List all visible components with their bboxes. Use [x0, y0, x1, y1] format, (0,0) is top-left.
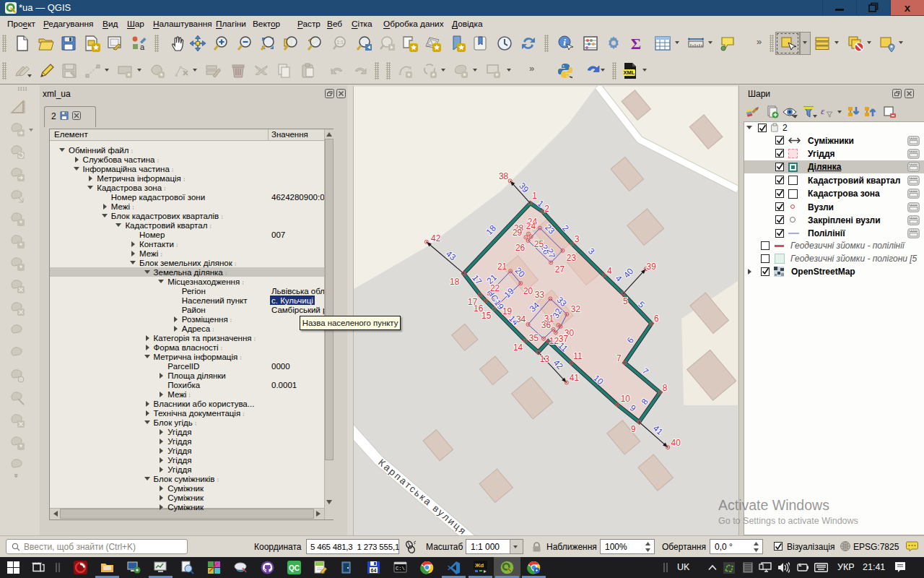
svg-text:11: 11: [573, 351, 583, 361]
svg-text:64: 64: [371, 568, 377, 573]
svg-text:2: 2: [544, 204, 549, 214]
svg-text:27: 27: [555, 264, 565, 275]
svg-text:x: x: [905, 1, 911, 14]
svg-text:26: 26: [515, 243, 526, 253]
svg-text:21: 21: [497, 262, 507, 272]
svg-text:8: 8: [663, 383, 668, 393]
svg-text:6: 6: [654, 314, 659, 324]
svg-text:QC: QC: [289, 564, 300, 572]
svg-text:42: 42: [431, 233, 441, 243]
svg-text:5: 5: [623, 296, 628, 306]
svg-text:18: 18: [450, 277, 460, 287]
svg-text:1: 1: [532, 191, 537, 201]
svg-text:29: 29: [513, 228, 523, 238]
svg-text:39: 39: [647, 262, 657, 272]
svg-text:10: 10: [621, 394, 631, 404]
svg-text:41: 41: [570, 373, 580, 383]
svg-text:22: 22: [490, 283, 500, 293]
svg-text:38: 38: [499, 171, 509, 181]
svg-text:3: 3: [575, 234, 580, 244]
svg-text:35: 35: [529, 333, 539, 343]
svg-text:20: 20: [523, 286, 533, 296]
svg-text:7: 7: [616, 353, 622, 363]
svg-text:37: 37: [559, 334, 569, 344]
svg-text:ε: ε: [821, 105, 825, 116]
svg-text:Жd: Жd: [474, 562, 484, 569]
svg-text:4: 4: [607, 266, 612, 276]
svg-text:13: 13: [540, 354, 550, 364]
svg-text:36: 36: [541, 320, 552, 330]
svg-text:17: 17: [468, 297, 478, 307]
svg-text:23: 23: [567, 253, 577, 263]
svg-text:33: 33: [535, 290, 545, 300]
svg-text:C:\: C:\: [396, 566, 405, 571]
svg-text:9: 9: [631, 424, 636, 434]
svg-text:12: 12: [549, 336, 559, 346]
svg-text:25: 25: [534, 239, 544, 249]
svg-text:24: 24: [526, 221, 536, 231]
svg-text:34: 34: [516, 314, 526, 324]
svg-text:40: 40: [671, 438, 681, 448]
svg-text:19: 19: [502, 306, 513, 316]
svg-text:14: 14: [513, 342, 523, 353]
svg-text:32: 32: [571, 304, 581, 314]
